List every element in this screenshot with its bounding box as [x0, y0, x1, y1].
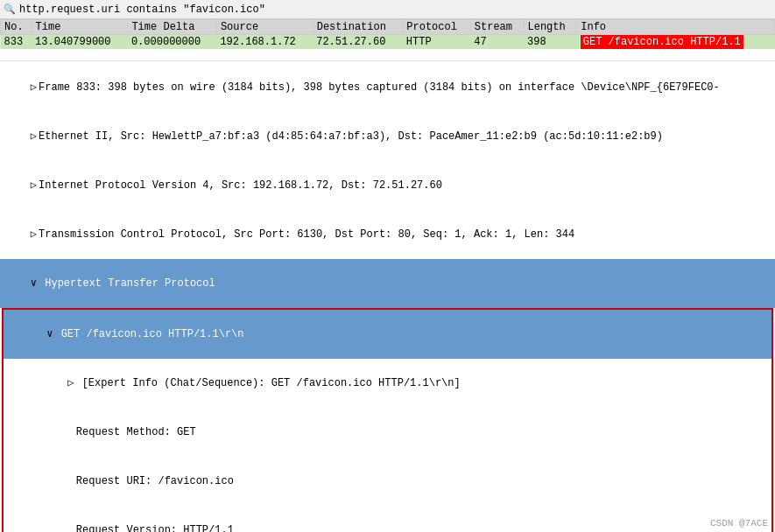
- filter-text: http.request.uri contains "favicon.ico": [19, 4, 265, 16]
- expand-arrow-frame: ▷: [31, 81, 37, 94]
- filter-bar: 🔍 http.request.uri contains "favicon.ico…: [0, 0, 775, 19]
- ethernet-line[interactable]: ▷Ethernet II, Src: HewlettP_a7:bf:a3 (d4…: [0, 112, 775, 161]
- request-version-line: Request Version: HTTP/1.1: [4, 506, 771, 532]
- col-destination: Destination: [313, 20, 403, 35]
- col-time: Time: [32, 20, 128, 35]
- cell-source: 192.168.1.72: [216, 35, 313, 50]
- cell-stream: 47: [470, 35, 524, 50]
- col-no: No.: [1, 20, 32, 35]
- filter-icon: 🔍: [4, 4, 16, 15]
- expand-arrow-tcp: ▷: [31, 228, 37, 241]
- tcp-line[interactable]: ▷Transmission Control Protocol, Src Port…: [0, 210, 775, 259]
- cell-info: GET /favicon.ico HTTP/1.1: [577, 35, 775, 50]
- col-info: Info: [577, 20, 775, 35]
- expand-arrow-eth: ▷: [31, 130, 37, 143]
- packet-table: No. Time Time Delta Source Destination P…: [0, 19, 775, 49]
- col-length: Length: [524, 20, 577, 35]
- info-highlight: GET /favicon.ico HTTP/1.1: [581, 35, 743, 49]
- expand-arrow-http: ∨: [31, 277, 37, 290]
- http-label-text: Hypertext Transfer Protocol: [39, 277, 215, 290]
- request-uri-text: Request URI: /favicon.ico: [57, 475, 234, 487]
- expert-info-line[interactable]: ▷ [Expert Info (Chat/Sequence): GET /fav…: [4, 359, 771, 408]
- ip-text: Internet Protocol Version 4, Src: 192.16…: [39, 179, 442, 192]
- http-get-text: GET /favicon.ico HTTP/1.1\r\n: [54, 328, 243, 340]
- col-protocol: Protocol: [403, 20, 470, 35]
- expand-arrow-ip: ▷: [31, 179, 37, 192]
- col-source: Source: [216, 20, 313, 35]
- request-version-text: Request Version: HTTP/1.1: [57, 524, 234, 532]
- cell-length: 398: [524, 35, 577, 50]
- cell-delta: 0.000000000: [128, 35, 216, 50]
- cell-protocol: HTTP: [403, 35, 470, 50]
- spacer: [0, 49, 775, 61]
- col-time-delta: Time Delta: [128, 20, 216, 35]
- expand-arrow-get: ∨: [46, 328, 53, 340]
- cell-time: 13.040799000: [32, 35, 128, 50]
- table-row[interactable]: 833 13.040799000 0.000000000 192.168.1.7…: [1, 35, 775, 50]
- cell-destination: 72.51.27.60: [313, 35, 403, 50]
- tcp-text: Transmission Control Protocol, Src Port:…: [39, 228, 574, 241]
- branding: CSDN @7ACE: [710, 518, 768, 528]
- table-header-row: No. Time Time Delta Source Destination P…: [1, 20, 775, 35]
- http-section-header[interactable]: ∨ Hypertext Transfer Protocol: [0, 259, 775, 308]
- http-get-line[interactable]: ∨ GET /favicon.ico HTTP/1.1\r\n: [4, 310, 771, 359]
- frame-text: Frame 833: 398 bytes on wire (3184 bits)…: [39, 81, 720, 94]
- request-method-text: Request Method: GET: [57, 426, 195, 438]
- expand-arrow-expert: ▷: [67, 377, 74, 389]
- request-method-line: Request Method: GET: [4, 408, 771, 457]
- cell-no: 833: [1, 35, 32, 50]
- http-detail-box: ∨ GET /favicon.ico HTTP/1.1\r\n ▷ [Exper…: [2, 308, 773, 532]
- ip-line[interactable]: ▷Internet Protocol Version 4, Src: 192.1…: [0, 161, 775, 210]
- col-stream: Stream: [470, 20, 524, 35]
- detail-pane: ▷Frame 833: 398 bytes on wire (3184 bits…: [0, 61, 775, 532]
- frame-line[interactable]: ▷Frame 833: 398 bytes on wire (3184 bits…: [0, 63, 775, 112]
- expert-info-text: [Expert Info (Chat/Sequence): GET /favic…: [75, 377, 460, 389]
- ethernet-text: Ethernet II, Src: HewlettP_a7:bf:a3 (d4:…: [39, 130, 663, 143]
- request-uri-line: Request URI: /favicon.ico: [4, 457, 771, 506]
